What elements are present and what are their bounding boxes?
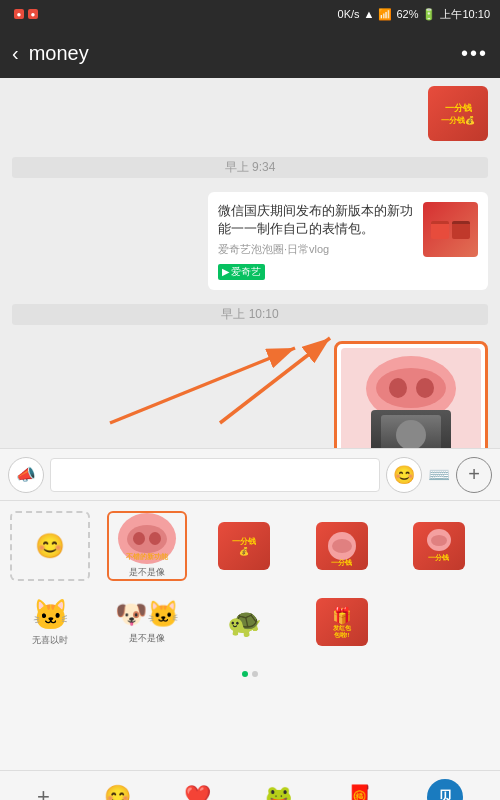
sticker-cat[interactable]: 🐱 无喜以时	[10, 587, 90, 657]
status-icons: 0K/s ▲ 📶 62% 🔋 上午10:10	[338, 7, 490, 22]
sticker-cat-pair[interactable]: 🐶🐱 是不是像	[107, 587, 187, 657]
sticker-image-large: 不错的新功能	[341, 348, 481, 448]
small-nostril-l	[133, 532, 145, 545]
nostril-right	[416, 378, 434, 398]
sticker-red-env-2[interactable]: 一分钱	[302, 511, 382, 581]
gift-box-2	[452, 221, 470, 239]
news-card[interactable]: 微信国庆期间发布的新版本的新功能一一制作自己的表情包。 爱奇艺泡泡圈·日常vlo…	[208, 192, 488, 290]
gift-icons	[431, 221, 470, 239]
watermark-area: 贝	[427, 779, 463, 801]
red-envelope-image: 一分钱💰	[428, 86, 488, 141]
small-pig-sticker: 不错的新功能	[118, 513, 176, 564]
chat-area: 一分钱💰 早上 9:34 微信国庆期间发布的新版本的新功能一一制作自己的表情包。…	[0, 78, 500, 448]
pig-sticker: 不错的新功能	[341, 348, 481, 448]
cat-pair-emoji: 🐶🐱	[115, 599, 179, 630]
toolbar-heart-icon: ❤️	[184, 784, 211, 801]
red-env-sticker-2: 一分钱	[316, 522, 368, 570]
sticker-panel: 😊 不错的新功能 是不是像 一分钱💰	[0, 500, 500, 770]
page-title: money	[29, 42, 461, 65]
mini-nostrils	[332, 539, 352, 553]
gift-box-1	[431, 221, 449, 239]
news-thumb	[423, 202, 478, 257]
top-nav: ‹ money •••	[0, 28, 500, 78]
toolbar-emoji-button[interactable]: 😊	[104, 784, 131, 801]
news-title: 微信国庆期间发布的新版本的新功能一一制作自己的表情包。	[218, 202, 415, 238]
pig-nostrils	[376, 368, 446, 408]
red-env-2-label: 一分钱	[316, 558, 368, 568]
emoji-button[interactable]: 😊	[386, 457, 422, 493]
red-env-3-text: 一分钱	[428, 553, 449, 563]
source-tag-icon: ▶	[222, 267, 229, 277]
sticker-label-cat: 无喜以时	[32, 634, 68, 647]
speed-indicator: 0K/s	[338, 8, 360, 20]
sticker-grid: 😊 不错的新功能 是不是像 一分钱💰	[0, 501, 500, 667]
dot-1	[242, 671, 248, 677]
news-source-tag: ▶ 爱奇艺	[218, 264, 265, 280]
toolbar-add-icon: +	[37, 784, 50, 801]
news-card-text: 微信国庆期间发布的新版本的新功能一一制作自己的表情包。 爱奇艺泡泡圈·日常vlo…	[218, 202, 415, 280]
keyboard-icon: ⌨️	[428, 465, 450, 485]
notification-dot2: ●	[28, 9, 38, 19]
wifi-icon: ▲	[364, 8, 375, 20]
toolbar-red-env-button[interactable]: 🧧	[346, 784, 373, 801]
small-sticker-text: 不错的新功能	[118, 552, 176, 562]
news-thumb-bg	[423, 202, 478, 257]
toolbar-red-env-icon: 🧧	[346, 784, 373, 801]
notification-icons: ● ●	[14, 9, 38, 19]
sticker-red-env-3[interactable]: 一分钱	[399, 511, 479, 581]
sticker-label-pair: 是不是像	[129, 632, 165, 645]
timestamp-2: 早上 10:10	[12, 304, 488, 325]
dot-2	[252, 671, 258, 677]
news-source: 爱奇艺泡泡圈·日常vlog	[218, 242, 415, 257]
add-icon: +	[468, 463, 480, 486]
smiley-placeholder-icon: 😊	[35, 532, 65, 560]
sticker-label-pig: 是不是像	[129, 566, 165, 579]
gift-sticker-cell: 🎁 发红包包啦!!	[316, 598, 368, 646]
gift-sticker-text: 发红包包啦!!	[333, 625, 351, 638]
back-button[interactable]: ‹	[12, 42, 19, 65]
chat-wrapper: 一分钱💰 早上 9:34 微信国庆期间发布的新版本的新功能一一制作自己的表情包。…	[0, 78, 500, 448]
voice-button[interactable]: 📣	[8, 457, 44, 493]
toolbar-emoji-icon: 😊	[104, 784, 131, 801]
message-input[interactable]	[50, 458, 380, 492]
red-env-sticker-1: 一分钱💰	[218, 522, 270, 570]
sticker-pig-active[interactable]: 不错的新功能 是不是像	[107, 511, 187, 581]
watermark-logo-text: 贝	[438, 788, 452, 801]
timestamp-wrap-1: 早上 9:34	[12, 149, 488, 186]
red-env-text-1: 一分钱💰	[232, 536, 256, 556]
bottom-toolbar: + 😊 ❤️ 🐸 🧧 贝	[0, 770, 500, 800]
toolbar-frog-icon: 🐸	[265, 784, 292, 801]
small-nostril-r	[149, 532, 161, 545]
toolbar-heart-button[interactable]: ❤️	[184, 784, 211, 801]
voice-icon: 📣	[16, 465, 36, 484]
red-env-sticker-3: 一分钱	[413, 522, 465, 570]
sticker-red-env-1[interactable]: 一分钱💰	[204, 511, 284, 581]
sent-sticker-message: 不错的新功能	[12, 341, 488, 448]
sticker-turtle[interactable]: 🐢	[204, 587, 284, 657]
panel-page-dots	[0, 667, 500, 681]
mini-pig	[328, 532, 356, 560]
small-pig-nostrils	[127, 525, 167, 553]
more-button[interactable]: •••	[461, 42, 488, 65]
toolbar-frog-button[interactable]: 🐸	[265, 784, 292, 801]
turtle-emoji: 🐢	[227, 606, 262, 639]
timestamp-1: 早上 9:34	[12, 157, 488, 178]
mini-nostrils-3	[431, 535, 447, 546]
face-photo-inner	[381, 415, 441, 448]
gift-icon-emoji: 🎁	[332, 606, 352, 625]
watermark-logo: 贝	[427, 779, 463, 801]
add-button[interactable]: +	[456, 457, 492, 493]
face-silhouette	[396, 420, 426, 448]
signal-icon: 📶	[378, 8, 392, 21]
nostril-left	[389, 378, 407, 398]
time-display: 上午10:10	[440, 7, 490, 22]
keyboard-button[interactable]: ⌨️	[428, 464, 450, 486]
face-photo	[371, 410, 451, 448]
cat-emoji: 🐱	[32, 597, 69, 632]
toolbar-add-button[interactable]: +	[37, 784, 50, 801]
sticker-placeholder[interactable]: 😊	[10, 511, 90, 581]
source-tag-label: 爱奇艺	[231, 265, 261, 279]
sticker-gift[interactable]: 🎁 发红包包啦!!	[302, 587, 382, 657]
status-bar: ● ● 0K/s ▲ 📶 62% 🔋 上午10:10	[0, 0, 500, 28]
mini-pig-3	[427, 529, 451, 551]
